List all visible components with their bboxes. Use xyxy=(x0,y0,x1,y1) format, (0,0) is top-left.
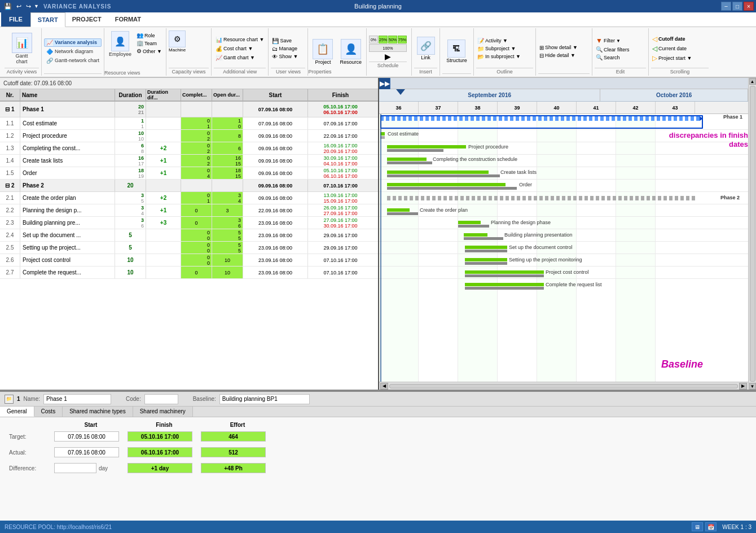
tab-general[interactable]: General xyxy=(0,407,34,417)
panel-baseline-input[interactable] xyxy=(219,394,310,404)
project-start-button[interactable]: ▷Project start ▼ xyxy=(651,54,709,63)
qat-dropdown-icon[interactable]: ▼ xyxy=(34,3,39,9)
team-button[interactable]: 🏢Team xyxy=(135,40,163,47)
table-row[interactable]: 2.4 Set up the document ... 5 00 55 23.0… xyxy=(0,229,378,242)
tab-shared-machinery[interactable]: Shared machinery xyxy=(133,407,193,417)
status-icon-1[interactable]: 🖥 xyxy=(692,522,703,531)
panel-code-label: Code: xyxy=(126,396,141,402)
hide-detail-button[interactable]: ⊟Hide detail ▼ xyxy=(538,52,590,59)
task-label-1-2: Project procedure xyxy=(468,144,508,150)
variance-analysis-button[interactable]: 📈 Variance analysis xyxy=(44,38,102,47)
manage-button[interactable]: 🗂Manage xyxy=(271,45,305,53)
table-row[interactable]: 2.1 Create the order plan 35 +2 01 34 09… xyxy=(0,192,378,204)
task-label-2-1: Create the order plan xyxy=(420,207,468,213)
other-button[interactable]: ⚙Other ▼ xyxy=(135,47,163,55)
table-row[interactable]: 2.7 Complete the request... 10 0 10 23.0… xyxy=(0,266,378,279)
filter-button[interactable]: ▼Filter▼ xyxy=(595,36,646,45)
table-row[interactable]: ⊟ 2 Phase 2 20 09.09.16 08:00 07.10.16 1… xyxy=(0,180,378,192)
week-42: 42 xyxy=(616,102,656,113)
show-button[interactable]: 👁Show ▼ xyxy=(271,53,305,60)
scroll-right-button[interactable]: ▶ xyxy=(739,383,747,390)
scroll-left-button[interactable]: ◀ xyxy=(380,383,388,390)
link-button[interactable]: 🔗 Link xyxy=(416,36,436,62)
annotation-baseline: Baseline xyxy=(661,359,703,370)
table-row[interactable]: 1.1 Cost estimate 11 01 10 07.09.16 08:0… xyxy=(0,117,378,130)
table-row[interactable]: 2.6 Project cost control 10 00 10 23.09.… xyxy=(0,254,378,266)
tab-file[interactable]: FILE xyxy=(1,12,30,27)
ribbon-group-gantt: 📊 Ganttchart Activity views xyxy=(2,28,42,76)
gantt-chart-additional-button[interactable]: 📈Gantt chart ▼ xyxy=(214,54,266,62)
target-start-input[interactable] xyxy=(54,431,119,442)
diff-finish-input[interactable] xyxy=(128,463,192,473)
col-duration: Duration xyxy=(115,89,146,101)
close-button[interactable]: × xyxy=(744,2,754,11)
actual-start-input[interactable] xyxy=(54,447,119,457)
role-button[interactable]: 👥Role xyxy=(135,32,163,39)
month-oct: October 2016 xyxy=(600,89,748,101)
network-diagram-button[interactable]: 🔷 Network diagram xyxy=(44,47,102,56)
gantt-chart-button[interactable]: 📊 Ganttchart xyxy=(10,32,34,65)
task-label-1-3: Completing the construction schedule xyxy=(433,156,517,162)
project-properties-button[interactable]: 📋 Project xyxy=(310,38,335,66)
task-label-1-4: Create task lists xyxy=(500,169,537,175)
redo-qat-icon[interactable]: ↪ xyxy=(24,3,33,10)
resource-chart-button[interactable]: 📊Resource chart ▼ xyxy=(214,36,266,44)
employee-button[interactable]: 👤 Employee xyxy=(107,29,134,59)
target-effort-input[interactable] xyxy=(201,431,266,442)
minimize-button[interactable]: − xyxy=(721,2,731,11)
table-row[interactable]: ⊟ 1 Phase 1 2021 07.09.16 08:00 05.10.16… xyxy=(0,102,378,117)
gantt-nav-button[interactable]: ▶▶ xyxy=(379,78,390,89)
vertical-scrollbar[interactable]: ▲ ▼ xyxy=(748,78,756,390)
undo-qat-icon[interactable]: ↩ xyxy=(15,3,23,10)
table-row[interactable]: 1.2 Project procedure 1010 02 8 09.09.16… xyxy=(0,130,378,142)
in-subproject-button[interactable]: 📂In subproject ▼ xyxy=(476,53,533,60)
status-icon-2[interactable]: 📅 xyxy=(705,522,717,531)
tab-shared-machine-types[interactable]: Shared machine types xyxy=(63,407,133,417)
current-date-button[interactable]: ◁Current date xyxy=(651,44,709,53)
structure-button[interactable]: 🏗 Structure xyxy=(445,38,468,64)
subproject-button[interactable]: 📁Subproject ▼ xyxy=(476,45,533,53)
cost-chart-button[interactable]: 💰Cost chart ▼ xyxy=(214,45,266,53)
tab-start[interactable]: START xyxy=(30,12,65,27)
week-36: 36 xyxy=(379,102,419,113)
task-label-2-6: Project cost control xyxy=(546,269,589,275)
machine-button[interactable]: ⚙ Machine xyxy=(169,30,186,53)
table-row[interactable]: 2.5 Setting up the project... 5 00 55 23… xyxy=(0,242,378,254)
schedule-item3[interactable]: ▶ xyxy=(369,53,407,60)
diff-effort-input[interactable] xyxy=(201,463,266,473)
panel-code-input[interactable] xyxy=(144,394,178,404)
clear-filters-button[interactable]: 🔍Clear filters xyxy=(595,46,646,53)
resource-pool-status: RESOURCE POOL: http://localhost/ris6/21 xyxy=(5,524,112,530)
actual-effort-input[interactable] xyxy=(201,447,266,457)
week-37: 37 xyxy=(419,102,458,113)
tab-format[interactable]: FORMAT xyxy=(108,12,148,27)
diff-start-input[interactable] xyxy=(54,463,96,473)
week-40: 40 xyxy=(537,102,577,113)
maximize-button[interactable]: □ xyxy=(732,2,742,11)
ribbon-group-edit: ▼Filter▼ 🔍Clear filters 🔍Search Edit xyxy=(592,28,649,76)
ribbon-group-activity-views: 📈 Variance analysis 🔷 Network diagram 🔗 … xyxy=(42,28,104,76)
search-button[interactable]: 🔍Search xyxy=(595,54,646,61)
panel-name-input[interactable] xyxy=(43,394,111,404)
table-row[interactable]: 1.4 Create task lists 1617 +1 02 1615 09… xyxy=(0,155,378,167)
annotation-discrepancies: discrepancies in finishdates xyxy=(669,131,748,148)
table-row[interactable]: 2.3 Building planning pre... 36 +3 0 36 … xyxy=(0,217,378,229)
tab-project[interactable]: PROJECT xyxy=(65,12,108,27)
target-finish-input[interactable] xyxy=(128,431,192,442)
gantt-table: Cutoff date: 07.09.16 08:00 Nr. Name Dur… xyxy=(0,78,379,390)
actual-finish-input[interactable] xyxy=(128,447,192,457)
activity-button[interactable]: 📝Activity ▼ xyxy=(476,37,533,45)
window-title: Building planning xyxy=(354,3,402,10)
gantt-network-chart-button[interactable]: 🔗 Gantt-network chart xyxy=(44,56,102,65)
show-detail-button[interactable]: ⊞Show detail ▼ xyxy=(538,44,590,51)
col-header-finish: Finish xyxy=(128,422,201,428)
save-view-button[interactable]: 💾Save xyxy=(271,37,305,45)
cutoff-date-button[interactable]: ◁Cutoff date xyxy=(651,34,709,43)
resource-properties-button[interactable]: 👤 Resource xyxy=(337,38,364,66)
table-row[interactable]: 1.3 Completing the const... 68 +2 02 6 0… xyxy=(0,142,378,155)
tab-costs[interactable]: Costs xyxy=(34,407,63,417)
table-row[interactable]: 2.2 Planning the design p... 34 +1 0 3 2… xyxy=(0,204,378,217)
table-rows: ⊟ 1 Phase 1 2021 07.09.16 08:00 05.10.16… xyxy=(0,102,378,390)
table-row[interactable]: 1.5 Order 1819 +1 04 1815 09.09.16 08:00… xyxy=(0,167,378,180)
save-qat-icon[interactable]: 💾 xyxy=(2,3,14,10)
